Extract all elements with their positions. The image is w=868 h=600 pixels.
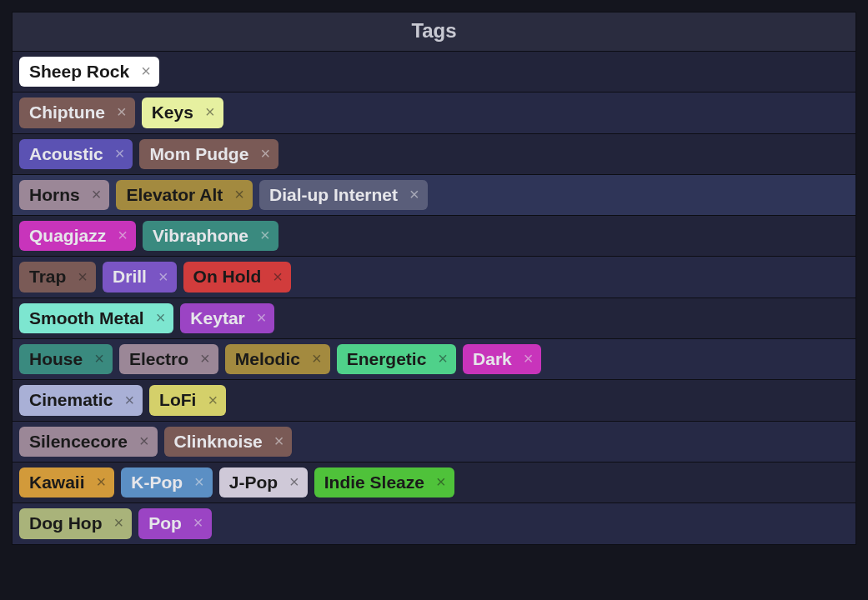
close-icon[interactable]: ×	[205, 103, 215, 121]
close-icon[interactable]: ×	[139, 432, 149, 450]
close-icon[interactable]: ×	[436, 473, 446, 491]
panel-title: Tags	[13, 12, 855, 52]
tag-label: Trap	[29, 265, 66, 288]
close-icon[interactable]: ×	[118, 227, 128, 244]
tag-label: Energetic	[347, 348, 427, 370]
tag-chip[interactable]: Chiptune×	[19, 98, 135, 128]
tag-row: Smooth Metal×Keytar×	[13, 298, 855, 339]
tag-row: Trap×Drill×On Hold×	[13, 257, 855, 298]
tag-label: Horns	[29, 183, 80, 206]
close-icon[interactable]: ×	[208, 392, 218, 409]
close-icon[interactable]: ×	[193, 514, 203, 532]
tag-row: Dog Hop×Pop×	[13, 503, 855, 543]
tag-label: Melodic	[235, 348, 300, 370]
tag-chip[interactable]: Kawaii×	[19, 468, 114, 498]
tag-label: Dial-up Internet	[269, 183, 398, 206]
close-icon[interactable]: ×	[524, 350, 534, 368]
tag-chip[interactable]: Dial-up Internet×	[259, 180, 428, 210]
tag-chip[interactable]: Keytar×	[180, 303, 274, 333]
close-icon[interactable]: ×	[115, 145, 125, 162]
close-icon[interactable]: ×	[312, 350, 322, 368]
tag-chip[interactable]: Quagjazz×	[19, 221, 136, 251]
tag-label: Clinknoise	[174, 430, 263, 452]
tag-chip[interactable]: On Hold×	[183, 262, 291, 292]
tag-chip[interactable]: Clinknoise×	[164, 427, 293, 457]
close-icon[interactable]: ×	[409, 186, 419, 203]
tag-chip[interactable]: Indie Sleaze×	[314, 468, 454, 498]
tag-chip[interactable]: LoFi×	[149, 385, 226, 415]
tag-chip[interactable]: House×	[19, 344, 113, 374]
tag-label: Sheep Rock	[29, 60, 129, 82]
tag-chip[interactable]: Elevator Alt×	[116, 180, 253, 210]
tag-chip[interactable]: Sheep Rock×	[19, 57, 159, 87]
close-icon[interactable]: ×	[257, 309, 267, 327]
tag-label: Indie Sleaze	[324, 471, 424, 493]
tag-row: Horns×Elevator Alt×Dial-up Internet×	[13, 175, 855, 216]
tag-label: Pop	[148, 512, 182, 534]
tag-label: House	[29, 348, 83, 370]
tag-label: Dark	[473, 348, 512, 370]
tag-label: Dog Hop	[29, 512, 102, 534]
tag-chip[interactable]: Pop×	[138, 508, 211, 538]
tag-rows: Sheep Rock×Chiptune×Keys×Acoustic×Mom Pu…	[13, 52, 855, 544]
tag-label: Kawaii	[29, 471, 85, 493]
tag-chip[interactable]: K-Pop×	[121, 468, 213, 498]
tag-label: Keys	[152, 101, 193, 123]
tag-label: Acoustic	[29, 142, 103, 165]
tag-label: Electro	[129, 348, 188, 370]
close-icon[interactable]: ×	[158, 268, 168, 286]
tag-label: LoFi	[159, 388, 196, 411]
close-icon[interactable]: ×	[260, 145, 270, 162]
tag-chip[interactable]: J-Pop×	[219, 468, 308, 498]
close-icon[interactable]: ×	[274, 432, 284, 450]
close-icon[interactable]: ×	[78, 268, 88, 286]
close-icon[interactable]: ×	[97, 473, 107, 491]
tag-label: Cinematic	[29, 388, 113, 411]
tag-row: House×Electro×Melodic×Energetic×Dark×	[13, 339, 855, 380]
tag-label: Smooth Metal	[29, 307, 144, 329]
close-icon[interactable]: ×	[124, 392, 134, 409]
close-icon[interactable]: ×	[194, 473, 204, 491]
close-icon[interactable]: ×	[260, 227, 270, 244]
tag-label: K-Pop	[131, 471, 183, 493]
tag-label: Vibraphone	[153, 224, 248, 247]
tag-row: Acoustic×Mom Pudge×	[13, 134, 855, 175]
tag-label: Quagjazz	[29, 224, 106, 247]
close-icon[interactable]: ×	[438, 350, 448, 368]
tag-chip[interactable]: Mom Pudge×	[139, 139, 278, 169]
tag-chip[interactable]: Keys×	[142, 98, 223, 128]
tag-label: Mom Pudge	[149, 142, 248, 165]
tag-chip[interactable]: Trap×	[19, 262, 96, 292]
tag-label: On Hold	[193, 265, 262, 288]
tag-chip[interactable]: Smooth Metal×	[19, 303, 173, 333]
tag-chip[interactable]: Melodic×	[225, 344, 330, 374]
tag-row: Quagjazz×Vibraphone×	[13, 216, 855, 257]
tag-chip[interactable]: Drill×	[103, 262, 177, 292]
close-icon[interactable]: ×	[92, 186, 102, 203]
close-icon[interactable]: ×	[117, 103, 127, 121]
tag-chip[interactable]: Acoustic×	[19, 139, 133, 169]
close-icon[interactable]: ×	[113, 514, 123, 532]
tag-label: Drill	[113, 265, 147, 288]
tag-chip[interactable]: Cinematic×	[19, 385, 143, 415]
close-icon[interactable]: ×	[156, 309, 166, 327]
close-icon[interactable]: ×	[273, 268, 283, 286]
close-icon[interactable]: ×	[234, 186, 244, 203]
tag-chip[interactable]: Energetic×	[337, 344, 456, 374]
tag-chip[interactable]: Dog Hop×	[19, 508, 132, 538]
tag-chip[interactable]: Silencecore×	[19, 427, 158, 457]
tag-row: Chiptune×Keys×	[13, 92, 855, 133]
tag-label: Silencecore	[29, 430, 128, 452]
close-icon[interactable]: ×	[94, 350, 104, 368]
close-icon[interactable]: ×	[200, 350, 210, 368]
tag-row: Cinematic×LoFi×	[13, 380, 855, 421]
tag-label: Elevator Alt	[126, 183, 223, 206]
close-icon[interactable]: ×	[141, 62, 151, 80]
tag-chip[interactable]: Vibraphone×	[143, 221, 278, 251]
tag-row: Sheep Rock×	[13, 52, 855, 92]
tag-chip[interactable]: Horns×	[19, 180, 109, 210]
tag-label: Chiptune	[29, 101, 105, 123]
tag-chip[interactable]: Dark×	[463, 344, 541, 374]
tag-chip[interactable]: Electro×	[119, 344, 218, 374]
close-icon[interactable]: ×	[289, 473, 299, 491]
